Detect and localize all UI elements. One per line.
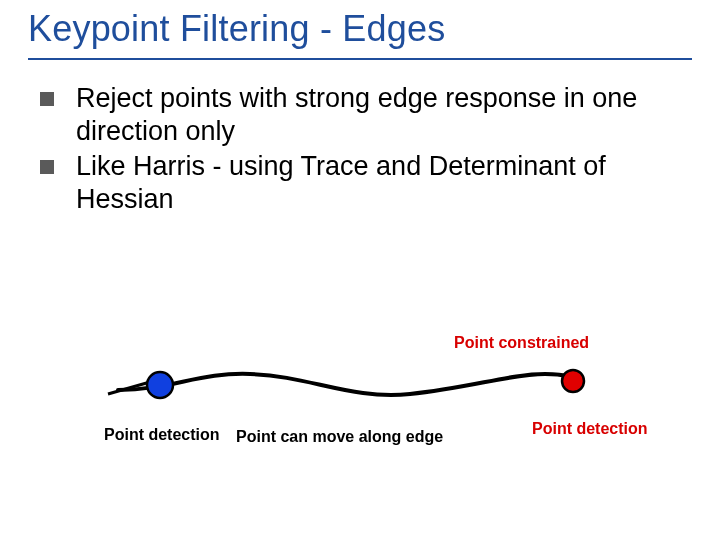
edge-curve-svg: [0, 300, 720, 500]
edge-path: [118, 374, 576, 395]
slide-title: Keypoint Filtering - Edges: [28, 8, 445, 50]
label-point-detection-left: Point detection: [104, 426, 220, 444]
bullet-item: Reject points with strong edge response …: [40, 82, 680, 148]
label-point-constrained: Point constrained: [454, 334, 589, 352]
label-point-detection-right: Point detection: [532, 420, 648, 438]
bullet-text: Like Harris - using Trace and Determinan…: [76, 151, 606, 214]
keypoint-blue-icon: [147, 372, 173, 398]
bullet-list: Reject points with strong edge response …: [40, 82, 680, 218]
bullet-item: Like Harris - using Trace and Determinan…: [40, 150, 680, 216]
bullet-square-icon: [40, 92, 54, 106]
bullet-square-icon: [40, 160, 54, 174]
title-underline: [28, 58, 692, 60]
bullet-text: Reject points with strong edge response …: [76, 83, 637, 146]
keypoint-red-icon: [562, 370, 584, 392]
edge-figure: Point constrained Point detection Point …: [0, 300, 720, 500]
label-point-can-move: Point can move along edge: [236, 428, 443, 446]
slide: Keypoint Filtering - Edges Reject points…: [0, 0, 720, 540]
